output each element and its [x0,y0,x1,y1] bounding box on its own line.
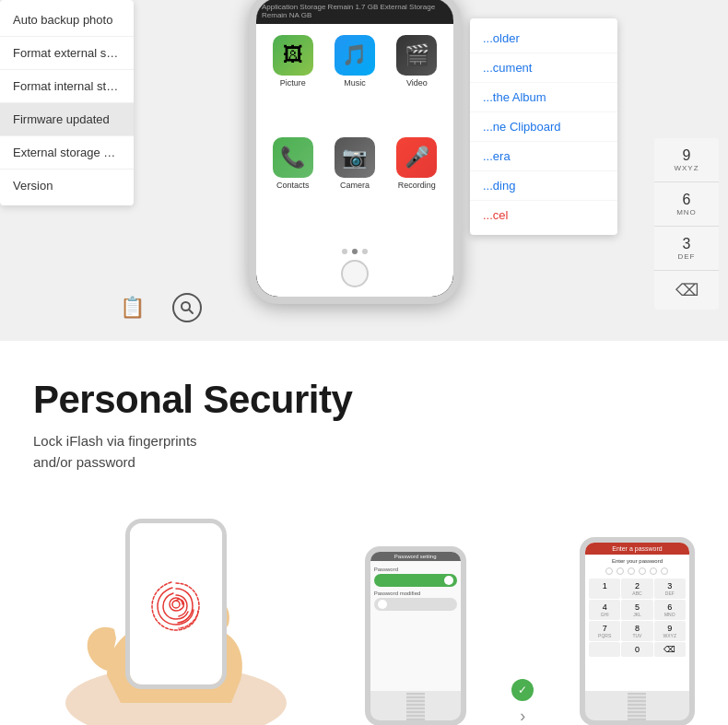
menu-item[interactable]: Format external sto... [0,37,134,70]
password-setting-screen: Password setting Password Password modif… [370,552,461,691]
menu-item[interactable]: Firmware updated [0,103,134,136]
dropdown-item[interactable]: ...older [470,24,617,53]
fingerprint-graphic [139,567,213,641]
bottom-icons: 📋 [120,293,202,322]
app-icon-music[interactable]: 🎵 Music [327,35,382,130]
home-button-area [256,260,453,297]
menu-item[interactable]: External storage de... [0,136,134,170]
illustrations-row: Password setting Password Password modif… [33,509,695,725]
numpad-key-9[interactable]: 9WXYZ [654,138,719,182]
password-setting-container: Password setting Password Password modif… [365,546,466,725]
arrow-container: ✓ › [511,679,534,725]
app-icon-camera[interactable]: 📷 Camera [327,137,382,232]
password-setting-phone: Password setting Password Password modif… [365,546,466,725]
bottom-section: Personal Security Lock iFlash via finger… [0,341,728,725]
app-icon-recording[interactable]: 🎤 Recording [390,137,444,232]
menu-panel: Auto backup photoFormat external sto...F… [0,0,134,205]
app-label: Picture [280,78,306,88]
subtitle-line2: and/or password [33,454,135,470]
app-label: Video [406,78,428,88]
page-dots [256,243,453,260]
app-icon-img: 📞 [273,137,313,178]
phone-status-bar: Application Storage Remain 1.7 GB Extern… [256,0,453,24]
phone-mockup: Application Storage Remain 1.7 GB Extern… [249,0,461,304]
section-title: Personal Security [33,378,695,422]
numpad-key-6[interactable]: 6MNO [654,182,719,227]
menu-item[interactable]: Version [0,170,134,202]
app-label: Camera [340,181,370,190]
section-subtitle: Lock iFlash via fingerprints and/or pass… [33,431,695,473]
phone-connector-2 [628,693,646,720]
app-icon-picture[interactable]: 🖼 Picture [265,35,320,130]
phone-connector [406,693,425,720]
app-icon-img: 🖼 [273,35,313,76]
search-icon[interactable] [172,293,202,322]
arrow-right-icon: › [520,707,525,725]
app-label: Recording [398,181,436,190]
app-icon-img: 📷 [335,137,375,178]
app-grid: 🖼 Picture 🎵 Music 🎬 Video 📞 Contacts 📷 C… [256,24,453,243]
numpad: 9WXYZ6MNO3DEF ⌫ [654,138,719,310]
dot-1 [342,249,347,254]
numpad-delete[interactable]: ⌫ [654,271,719,310]
subtitle-line1: Lock iFlash via fingerprints [33,433,197,449]
app-icon-img: 🎬 [396,35,437,76]
enter-password-phone: Enter a password Enter your password 1 [580,537,695,725]
app-label: Music [344,78,366,88]
phone-screen: Application Storage Remain 1.7 GB Extern… [256,0,453,297]
menu-item[interactable]: Format internal sto... [0,70,134,103]
dropdown-item[interactable]: ...era [470,142,617,171]
hand-phone-illustration [33,509,319,725]
svg-point-3 [172,601,180,608]
dot-2 [352,249,358,254]
document-icon[interactable]: 📋 [120,296,145,320]
svg-line-1 [189,310,193,313]
hand-inner-screen [130,523,222,684]
dropdown-item[interactable]: ...the Album [470,83,617,112]
app-icon-img: 🎵 [335,35,375,76]
dropdown-item[interactable]: ...ne Clipboard [470,112,617,142]
menu-item[interactable]: Auto backup photo [0,4,134,37]
hand-inner-phone [125,519,227,689]
enter-password-container: Enter a password Enter your password 1 [580,537,695,725]
app-icon-contacts[interactable]: 📞 Contacts [265,137,320,232]
status-text: Application Storage Remain 1.7 GB Extern… [262,3,448,19]
password-setting-header: Password setting [370,552,461,561]
dropdown-item[interactable]: ...ding [470,171,617,201]
green-circle-icon: ✓ [511,679,534,701]
right-dropdown: ...older...cument...the Album...ne Clipb… [470,18,617,235]
home-button[interactable] [341,260,369,287]
numpad-key-3[interactable]: 3DEF [654,227,719,271]
dot-3 [362,249,368,254]
app-icon-img: 🎤 [396,137,437,178]
enter-password-screen: Enter a password Enter your password 1 [585,543,689,691]
dropdown-item[interactable]: ...cument [470,53,617,83]
top-section: Auto backup photoFormat external sto...F… [0,0,728,341]
dropdown-item[interactable]: ...cel [470,201,617,229]
app-label: Contacts [276,181,310,190]
app-icon-video[interactable]: 🎬 Video [390,35,444,130]
